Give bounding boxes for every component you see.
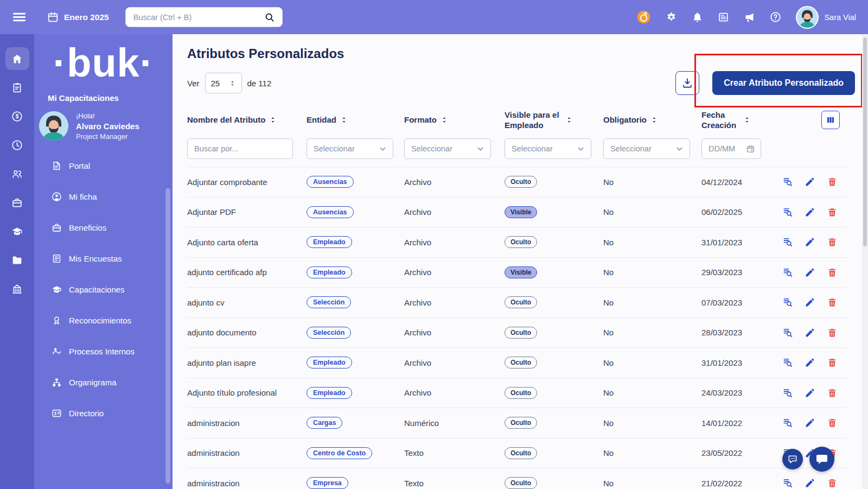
required-value: No: [603, 298, 701, 307]
help-button[interactable]: [770, 11, 781, 23]
delete-button[interactable]: [827, 388, 838, 398]
rail-item-company[interactable]: [5, 277, 29, 300]
delete-button[interactable]: [827, 357, 838, 368]
header-obligatorio[interactable]: Obligatorio: [603, 115, 701, 125]
sidebar-item-beneficios[interactable]: Beneficios: [34, 212, 173, 243]
sort-icon[interactable]: [565, 116, 573, 124]
edit-button[interactable]: [805, 297, 815, 308]
filter-fecha-input[interactable]: DD/MM: [701, 138, 761, 159]
bell-icon: [692, 11, 703, 23]
view-details-button[interactable]: [782, 267, 793, 278]
filter-formato-select[interactable]: Seleccionar: [404, 138, 491, 159]
pencil-icon: [805, 237, 815, 247]
header-nombre[interactable]: Nombre del Atributo: [187, 115, 307, 125]
edit-button[interactable]: [805, 176, 815, 187]
sort-icon[interactable]: [441, 116, 448, 124]
profile-card[interactable]: ¡Hola! Alvaro Caviedes Project Manager: [39, 111, 173, 141]
creation-date: 29/03/2023: [701, 268, 776, 277]
header-fecha[interactable]: Fecha Creación: [701, 110, 776, 131]
page-size-select[interactable]: 25: [205, 73, 242, 93]
settings-button[interactable]: [666, 11, 677, 23]
delete-button[interactable]: [827, 267, 838, 278]
filter-obligatorio-select[interactable]: Seleccionar: [603, 138, 690, 159]
sidebar-scrollbar[interactable]: [165, 188, 170, 484]
rail-item-files[interactable]: [5, 249, 29, 271]
sidebar-item-mis-encuestas[interactable]: Mis Encuestas: [34, 243, 173, 274]
format-value: Archivo: [404, 358, 505, 367]
sidebar-item-organigrama[interactable]: Organigrama: [34, 367, 173, 398]
sidebar-item-portal[interactable]: Portal: [34, 150, 173, 181]
column-settings-button[interactable]: [821, 111, 840, 129]
filter-visible-select[interactable]: Seleccionar: [505, 138, 591, 159]
edit-button[interactable]: [805, 417, 815, 428]
delete-button[interactable]: [827, 417, 838, 428]
search-button[interactable]: [257, 8, 282, 27]
view-details-button[interactable]: [782, 388, 793, 398]
table-body: Adjuntar comprobante Ausencias Archivo O…: [187, 167, 846, 489]
chat-button[interactable]: [782, 449, 803, 469]
sidebar-item-procesos-internos[interactable]: Procesos Internos: [34, 336, 173, 367]
edit-button[interactable]: [805, 207, 815, 218]
view-details-button[interactable]: [782, 297, 793, 308]
view-details-button[interactable]: [782, 357, 793, 368]
edit-button[interactable]: [805, 237, 815, 247]
export-button[interactable]: [675, 71, 699, 95]
delete-button[interactable]: [827, 297, 838, 308]
view-details-button[interactable]: [782, 417, 793, 428]
header-entidad[interactable]: Entidad: [307, 115, 404, 125]
view-details-button[interactable]: [782, 176, 793, 187]
file-search-icon: [782, 478, 793, 488]
file-search-icon: [782, 327, 793, 338]
sidebar-item-directorio[interactable]: Directorio: [34, 398, 173, 429]
edit-button[interactable]: [805, 388, 815, 398]
create-attribute-button[interactable]: Crear Atributo Personalizado: [712, 71, 855, 95]
rail-item-remunerations[interactable]: $: [5, 105, 29, 128]
sidebar-item-capacitaciones[interactable]: Capacitaciones: [34, 274, 173, 305]
rail-item-talent[interactable]: [5, 162, 29, 185]
announcements-button[interactable]: [744, 11, 755, 23]
delete-button[interactable]: [827, 207, 838, 218]
rewards-button[interactable]: [636, 10, 651, 24]
scrollbar-thumb[interactable]: [863, 37, 867, 246]
notifications-button[interactable]: [692, 11, 703, 23]
period-selector[interactable]: Enero 2025: [47, 11, 109, 23]
search-input[interactable]: [126, 8, 257, 27]
sidebar-item-mi-ficha[interactable]: Mi ficha: [34, 181, 173, 212]
format-value: Archivo: [404, 268, 505, 277]
support-widget-button[interactable]: [809, 447, 834, 472]
header-visible[interactable]: Visible para el Empleado: [505, 110, 603, 131]
dollar-icon: $: [11, 111, 23, 122]
filter-entidad-select[interactable]: Seleccionar: [307, 138, 393, 159]
delete-button[interactable]: [827, 237, 838, 247]
delete-button[interactable]: [827, 478, 838, 488]
edit-button[interactable]: [805, 478, 815, 488]
edit-button[interactable]: [805, 357, 815, 368]
view-details-button[interactable]: [782, 327, 793, 338]
user-menu[interactable]: Sara Vial: [796, 6, 856, 29]
rail-item-time[interactable]: [5, 134, 29, 156]
sort-icon[interactable]: [650, 116, 658, 124]
sort-icon[interactable]: [269, 116, 277, 124]
graduation-cap-icon: [11, 226, 23, 237]
delete-button[interactable]: [827, 176, 838, 187]
edit-button[interactable]: [805, 267, 815, 278]
filter-name-input[interactable]: [187, 138, 293, 159]
rail-item-tasks[interactable]: [5, 76, 29, 99]
trash-icon: [827, 478, 838, 488]
sort-icon[interactable]: [340, 116, 348, 124]
sort-icon[interactable]: [743, 116, 751, 124]
edit-button[interactable]: [805, 327, 815, 338]
view-details-button[interactable]: [782, 478, 793, 488]
news-button[interactable]: [718, 11, 729, 23]
header-formato[interactable]: Formato: [404, 115, 505, 125]
rail-item-home[interactable]: [5, 47, 29, 70]
page-scrollbar[interactable]: [862, 34, 868, 489]
rail-item-benefits[interactable]: [5, 191, 29, 214]
menu-button[interactable]: [12, 10, 27, 24]
visibility-badge: Oculto: [505, 387, 537, 399]
delete-button[interactable]: [827, 327, 838, 338]
view-details-button[interactable]: [782, 207, 793, 218]
rail-item-training[interactable]: [5, 220, 29, 243]
sidebar-item-reconocimientos[interactable]: Reconocimientos: [34, 305, 173, 336]
view-details-button[interactable]: [782, 237, 793, 247]
